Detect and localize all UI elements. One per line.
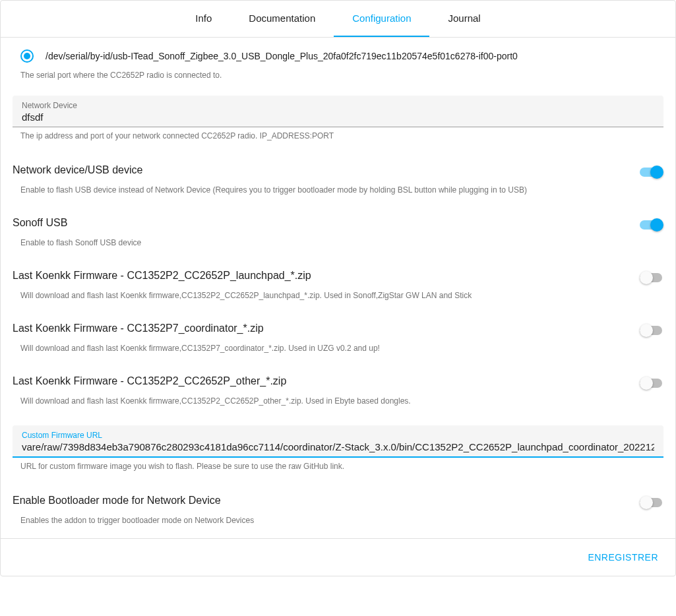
serial-port-radio-row[interactable]: /dev/serial/by-id/usb-ITead_Sonoff_Zigbe… (13, 44, 663, 67)
fw-p7-toggle-title: Last Koenkk Firmware - CC1352P7_coordina… (13, 323, 624, 334)
fw-launchpad-toggle[interactable] (640, 271, 663, 284)
bootloader-toggle-title: Enable Bootloader mode for Network Devic… (13, 495, 624, 507)
sonoff-toggle-desc: Enable to flash Sonoff USB device (13, 238, 624, 247)
network-device-input[interactable] (22, 111, 654, 123)
fw-launchpad-toggle-title: Last Koenkk Firmware - CC1352P2_CC2652P_… (13, 270, 624, 282)
fw-p7-toggle[interactable] (640, 324, 663, 337)
tab-configuration[interactable]: Configuration (334, 1, 429, 37)
fw-p7-toggle-desc: Will download and flash last Koenkk firm… (13, 344, 624, 353)
usb-toggle-title: Network device/USB device (13, 164, 624, 176)
bootloader-toggle-desc: Enables the addon to trigger bootloader … (13, 516, 624, 525)
fw-launchpad-toggle-desc: Will download and flash last Koenkk firm… (13, 291, 624, 300)
network-device-field[interactable]: Network Device (13, 96, 663, 127)
sonoff-toggle[interactable] (640, 218, 663, 231)
bootloader-toggle[interactable] (640, 496, 663, 509)
custom-firmware-field[interactable]: Custom Firmware URL (13, 425, 663, 458)
custom-firmware-label: Custom Firmware URL (22, 431, 654, 440)
tabs: Info Documentation Configuration Journal (1, 1, 675, 38)
tab-journal[interactable]: Journal (429, 1, 499, 37)
radio-selected-icon (20, 49, 34, 63)
custom-firmware-input[interactable] (22, 441, 654, 452)
fw-other-toggle-desc: Will download and flash last Koenkk firm… (13, 396, 624, 406)
network-device-helper: The ip address and port of your network … (13, 127, 663, 142)
usb-toggle[interactable] (640, 166, 663, 179)
serial-port-value: /dev/serial/by-id/usb-ITead_Sonoff_Zigbe… (46, 51, 518, 61)
network-device-label: Network Device (22, 101, 654, 110)
tab-info[interactable]: Info (177, 1, 230, 37)
fw-other-toggle[interactable] (640, 377, 663, 390)
custom-firmware-helper: URL for custom firmware image you wish t… (13, 458, 663, 472)
usb-toggle-desc: Enable to flash USB device instead of Ne… (13, 185, 624, 195)
tab-documentation[interactable]: Documentation (230, 1, 334, 37)
sonoff-toggle-title: Sonoff USB (13, 217, 624, 229)
save-button[interactable]: ENREGISTRER (582, 547, 663, 568)
fw-other-toggle-title: Last Koenkk Firmware - CC1352P2_CC2652P_… (13, 375, 624, 387)
serial-port-helper: The serial port where the CC2652P radio … (13, 67, 663, 81)
